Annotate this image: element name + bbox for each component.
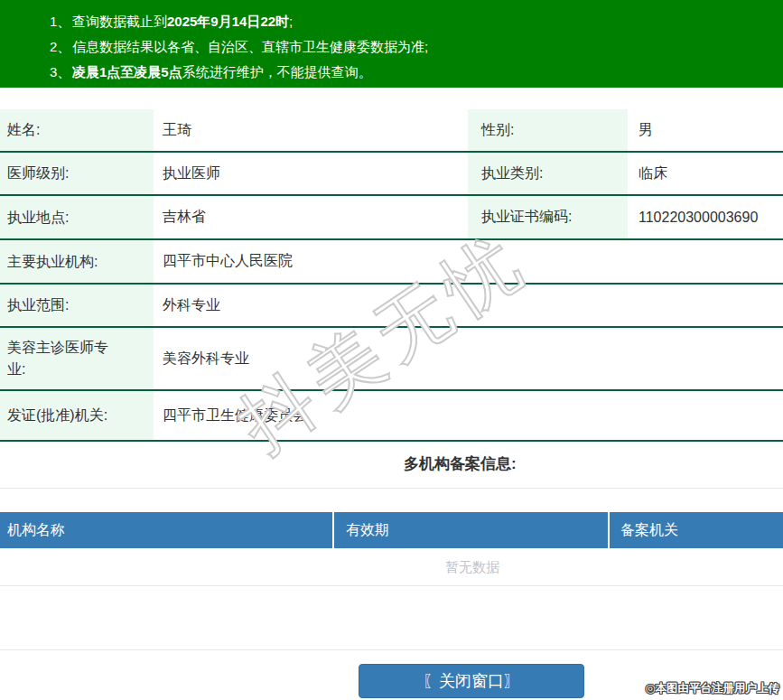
table-row: 执业范围: 外科专业 [0,285,783,328]
field-label-practice-place: 执业地点: [0,196,154,238]
page: 1、 查询数据截止到2025年9月14日22时; 2、 信息数据结果以各省、自治… [0,0,783,700]
field-label-practice-scope: 执业范围: [0,285,154,326]
table-row: 医师级别: 执业医师 执业类别: 临床 [0,153,783,196]
notice-bar: 1、 查询数据截止到2025年9月14日22时; 2、 信息数据结果以各省、自治… [0,0,783,88]
field-value-main-institution: 四平市中心人民医院 [154,252,783,271]
column-header-validity-period: 有效期 [334,512,608,548]
notice-item: 1、 查询数据截止到2025年9月14日22时; [50,9,783,34]
close-window-button[interactable]: 〖关闭窗口〗 [359,664,584,698]
notice-text: 查询数据截止到2025年9月14日22时; [72,9,293,34]
field-value-name: 王琦 [154,121,468,140]
field-value-practice-type: 临床 [628,164,783,183]
table-row: 姓名: 王琦 性别: 男 [0,109,783,153]
field-label-cosmetic-specialty: 美容主诊医师专业: [0,328,154,389]
notice-text: 凌晨1点至凌晨5点系统进行维护，不能提供查询。 [72,60,372,85]
notice-text: 信息数据结果以各省、自治区、直辖市卫生健康委数据为准; [72,34,428,60]
field-label-name: 姓名: [0,109,154,151]
empty-data-text: 暂无数据 [445,559,499,576]
corner-upload-watermark: ◎本图由平台注册用户上传 [646,681,779,696]
doctor-info-table: 姓名: 王琦 性别: 男 医师级别: 执业医师 执业类别: 临床 执业地点: 吉… [0,109,783,442]
table-row: 主要执业机构: 四平市中心人民医院 [0,240,783,285]
filing-table-header: 机构名称 有效期 备案机关 [0,512,783,548]
field-value-issuing-authority: 四平市卫生健康委员会 [154,406,783,425]
table-row: 发证(批准)机关: 四平市卫生健康委员会 [0,391,783,442]
filing-section-title: 多机构备案信息: [404,454,517,474]
notice-number: 3、 [50,60,72,85]
divider [0,585,783,586]
field-value-doctor-level: 执业医师 [154,164,468,183]
table-row: 执业地点: 吉林省 执业证书编码: 110220300003690 [0,196,783,240]
field-value-practice-scope: 外科专业 [154,296,783,315]
field-label-practice-type: 执业类别: [468,153,628,194]
field-label-certificate-number: 执业证书编码: [468,196,628,238]
divider [0,488,783,489]
divider [0,649,783,650]
notice-item: 2、 信息数据结果以各省、自治区、直辖市卫生健康委数据为准; [50,34,783,60]
field-value-practice-place: 吉林省 [154,208,468,227]
field-value-gender: 男 [628,121,783,140]
column-header-filing-authority: 备案机关 [610,512,783,548]
notice-number: 2、 [50,34,72,60]
field-label-doctor-level: 医师级别: [0,153,154,194]
column-header-institution-name: 机构名称 [0,512,332,548]
field-value-certificate-number: 110220300003690 [628,210,783,226]
notice-item: 3、 凌晨1点至凌晨5点系统进行维护，不能提供查询。 [50,60,783,85]
field-label-issuing-authority: 发证(批准)机关: [0,391,154,440]
field-label-gender: 性别: [468,109,628,151]
field-value-cosmetic-specialty: 美容外科专业 [154,350,783,369]
table-row: 美容主诊医师专业: 美容外科专业 [0,328,783,391]
field-label-main-institution: 主要执业机构: [0,240,154,283]
notice-number: 1、 [50,9,72,34]
